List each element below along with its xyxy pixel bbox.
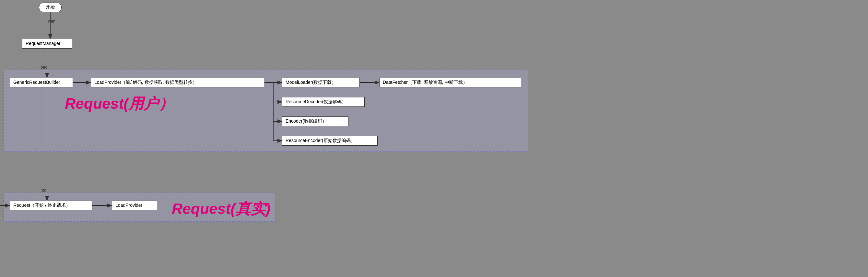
node-start: 开始	[39, 3, 62, 12]
group-real-label: Request(真实)	[172, 199, 270, 219]
node-request-manager: RequestManager	[22, 39, 72, 48]
node-request-real: Request（开始 / 终止请求）	[10, 201, 92, 210]
arrow-label-load: load	[39, 65, 48, 70]
diagram-container: Request(用户） Request(真实) 开始 RequestManage…	[0, 0, 868, 277]
node-data-fetcher: DataFetcher（下载, 释放资源, 中断下载）	[379, 78, 522, 88]
node-generic-builder: GenericRequestBuilder	[10, 78, 73, 88]
group-user-label: Request(用户）	[65, 94, 174, 114]
node-load-provider: LoadProvider（编/ 解码, 数据获取, 数据类型转换）	[91, 78, 264, 88]
node-resource-encoder: ResourceEncoder(原始数据编码）	[282, 136, 378, 146]
node-encoder: Encoder(数据编码）	[282, 116, 348, 126]
arrow-label-into: into	[39, 188, 46, 193]
arrow-label-with: with	[48, 19, 55, 24]
node-model-loader: ModelLoader(数据下载）	[282, 78, 360, 88]
node-resource-decoder: ResourceDecoder(数据解码）	[282, 97, 365, 107]
node-load-provider-real: LoadProvider	[112, 201, 157, 210]
